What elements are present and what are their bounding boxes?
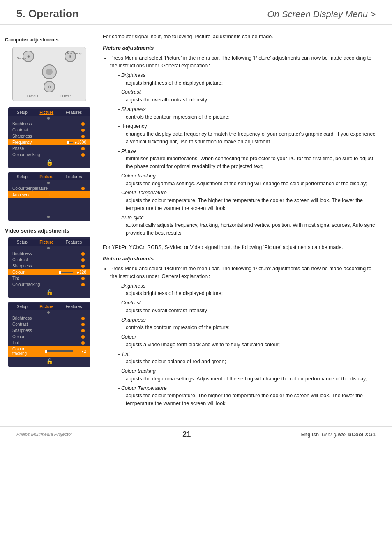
v-item-tint: –Tint adjusts the colour balance of red … — [118, 350, 380, 366]
section-title: On Screen Display Menu > — [267, 9, 376, 20]
chapter-title: 5. Operation — [16, 7, 79, 20]
osd-row-frequency: Frequency ▸1600 — [8, 139, 90, 145]
osd-tab-features: Features — [66, 110, 82, 115]
osd-row-colour-temp: Colour temperature — [8, 185, 90, 191]
item-brightness: –Brightness adjusts brightness of the di… — [118, 71, 380, 87]
footer-guide-label: User guide — [322, 432, 346, 438]
item-auto-sync: –Auto sync automatically adjusts frequen… — [118, 214, 380, 237]
osd-panel-computer-1: Setup Picture Features Brightness Contra… — [8, 107, 90, 168]
osd-row-contrast: Contrast — [8, 127, 90, 133]
page-header: 5. Operation On Screen Display Menu > — [0, 0, 392, 25]
video-adjustments-label: Video series adjustments — [5, 228, 94, 234]
osd-row-autosync: Auto sync ⊕ Press OK to adjust — [8, 191, 90, 198]
osd-tab-picture-v2: Picture — [39, 304, 53, 309]
osd-row-v2-contrast: Contrast — [8, 321, 90, 327]
picture-adj-title: Picture adjustments — [103, 44, 380, 52]
item-phase: –Phase minimises picture imperfections. … — [118, 147, 380, 170]
computer-adjustments-label: Computer adjustments — [5, 37, 94, 43]
v-item-colour-tracking: –Colour tracking adjusts the degamma set… — [118, 367, 380, 383]
osd-tab-picture-v1: Picture — [39, 240, 53, 244]
osd-row-v1-sharpness: Sharpness — [8, 263, 90, 269]
footer-right: English User guide bCool XG1 — [301, 431, 376, 438]
osd-tab-features-2: Features — [66, 175, 82, 179]
osd-row-v2-tint: Tint — [8, 340, 90, 346]
video-picture-adj-bullet-item: Press Menu and select 'Picture' in the m… — [110, 265, 380, 408]
main-content: For computer signal input, the following… — [99, 29, 392, 414]
lock-icon: 🔒 — [46, 159, 53, 166]
osd-panel-video-1: Setup Picture Features Brightness Contra… — [8, 237, 90, 298]
item-colour-tracking: –Colour tracking adjusts the degamma set… — [118, 172, 380, 188]
osd-row-v1-brightness: Brightness — [8, 251, 90, 257]
osd-tab-picture-active-2: Picture — [39, 175, 53, 179]
osd-tab-features-v1: Features — [66, 240, 82, 244]
v-item-sharpness: –Sharpness controls the contour impressi… — [118, 316, 380, 332]
item-sharpness: –Sharpness controls the contour impressi… — [118, 106, 380, 121]
osd-panel-computer-2: Setup Picture Features Colour temperatur… — [8, 172, 90, 221]
osd-row-phase: Phase — [8, 145, 90, 152]
sidebar: Computer adjustments ⊙ ⊙ Source Auto Ima… — [0, 29, 99, 414]
osd-row-sharpness: Sharpness — [8, 133, 90, 139]
item-contrast: –Contrast adjusts the overall contrast i… — [118, 88, 380, 104]
footer-left: Philips Multimedia Projector — [16, 432, 72, 437]
osd-row-v1-contrast: Contrast — [8, 257, 90, 263]
page-number: 21 — [182, 430, 191, 439]
page-footer: Philips Multimedia Projector 21 English … — [0, 426, 392, 442]
v-item-contrast: –Contrast adjusts the overall contrast i… — [118, 299, 380, 315]
osd-row-colour-tracking: Colour tracking — [8, 152, 90, 158]
v-item-brightness: –Brightness adjusts brightness of the di… — [118, 282, 380, 298]
osd-panel-video-2: Setup Picture Features Brightness Contra… — [8, 302, 90, 367]
osd-tab-picture-active: Picture — [39, 110, 53, 115]
osd-tab-setup-2: Setup — [17, 175, 28, 179]
osd-row-v1-colour: Colour ▸128 — [8, 269, 90, 275]
item-colour-temperature: –Colour Temperature adjusts the colour t… — [118, 189, 380, 212]
computer-intro-text: For computer signal input, the following… — [103, 33, 380, 41]
osd-tab-setup-v2: Setup — [17, 304, 28, 309]
v-item-colour-temperature: –Colour Temperature adjusts the colour t… — [118, 385, 380, 408]
device-diagram: ⊙ ⊙ Source Auto Image ⊙ Lamp⊙ ⊙Temp — [5, 44, 94, 104]
osd-row-v2-colour-tracking: Colour tracking ▸2 — [8, 346, 90, 357]
osd-row-v1-colour-tracking: Colour tracking — [8, 281, 90, 288]
osd-row-v2-brightness: Brightness — [8, 315, 90, 321]
footer-brand: bCool XG1 — [348, 431, 376, 438]
osd-tab-features-v2: Features — [66, 304, 82, 309]
video-picture-adj-title: Picture adjustments — [103, 255, 380, 263]
footer-language: English — [301, 432, 319, 438]
osd-tab-setup-v1: Setup — [17, 240, 28, 244]
osd-tab-setup: Setup — [17, 110, 28, 115]
v-item-colour: –Colour adjusts a video image form black… — [118, 333, 380, 349]
osd-row-v2-colour: Colour — [8, 334, 90, 340]
osd-row-v1-tint: Tint — [8, 275, 90, 281]
picture-adj-bullet-item: Press Menu and select 'Picture' in the m… — [110, 54, 380, 237]
lock-icon-v1: 🔒 — [46, 289, 53, 295]
osd-row-brightness: Brightness — [8, 121, 90, 127]
lock-icon-v2: 🔒 — [46, 358, 53, 364]
video-intro-text: For YPbPr, YCbCr, RGBS, S-Video or Video… — [103, 244, 380, 251]
item-frequency: – Frequency changes the display data fre… — [118, 122, 380, 145]
osd-row-v2-sharpness: Sharpness — [8, 327, 90, 334]
